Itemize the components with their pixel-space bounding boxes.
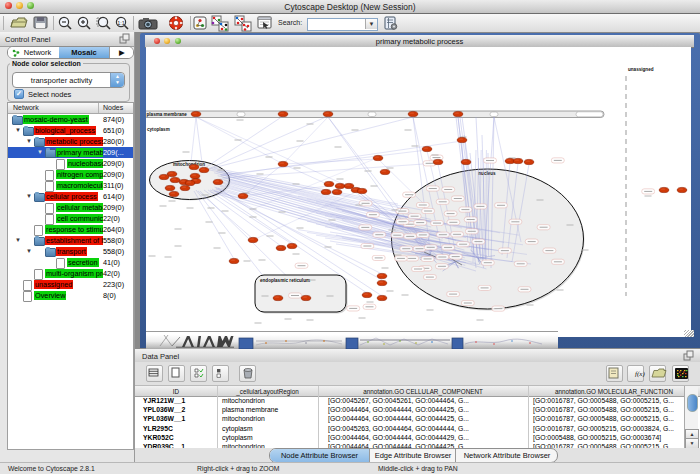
svg-text:mitochondrion: mitochondrion (173, 162, 205, 167)
svg-text:endoplasmic reticulum: endoplasmic reticulum (260, 278, 310, 283)
svg-text:f(x): f(x) (635, 370, 645, 378)
svg-text:cytoplasm: cytoplasm (147, 127, 170, 132)
svg-text:1:1: 1:1 (117, 20, 125, 26)
svg-text:unassigned: unassigned (628, 67, 654, 72)
svg-text:plasma membrane: plasma membrane (147, 112, 188, 117)
